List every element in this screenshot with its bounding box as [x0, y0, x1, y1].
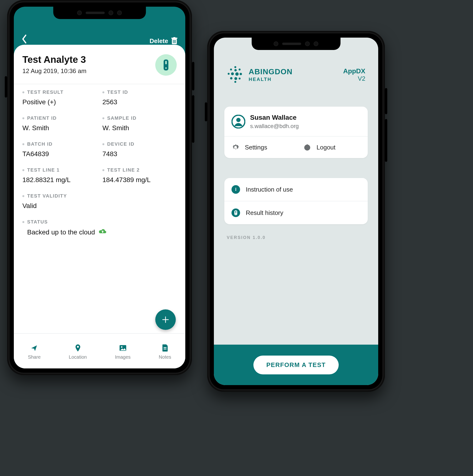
svg-point-8	[165, 67, 167, 69]
svg-rect-4	[174, 40, 175, 43]
perform-test-button[interactable]: PERFORM A TEST	[254, 356, 339, 374]
plus-icon	[161, 315, 170, 324]
fields-grid: TEST RESULT Positive (+) TEST ID 2563 PA…	[22, 89, 177, 236]
tab-images[interactable]: Images	[115, 344, 131, 360]
phone-result-detail: Delete Test Analyte 3 12 Aug 2019, 10:36…	[7, 0, 192, 375]
history-link[interactable]: Result history	[224, 201, 368, 224]
notch	[53, 7, 146, 19]
image-icon	[119, 344, 127, 352]
svg-rect-2	[173, 37, 175, 38]
svg-rect-12	[164, 349, 166, 349]
brand-logo-icon	[227, 66, 244, 83]
field-patient-id: PATIENT ID W. Smith	[22, 116, 97, 132]
back-button[interactable]	[21, 34, 27, 45]
app-name-badge: AppDX V2	[343, 67, 365, 82]
field-test-validity: TEST VALIDITY Valid	[22, 193, 177, 210]
svg-point-21	[235, 214, 236, 214]
location-pin-icon	[74, 344, 82, 352]
avatar-icon	[232, 115, 245, 129]
svg-rect-18	[236, 189, 236, 191]
test-cassette-icon	[163, 59, 169, 71]
brand-row: ABINGDON HEALTH AppDX V2	[227, 66, 365, 83]
delete-label: Delete	[149, 37, 168, 45]
svg-rect-20	[235, 211, 236, 213]
notch	[252, 38, 341, 50]
trash-icon	[171, 37, 178, 45]
settings-button[interactable]: Settings	[224, 136, 296, 158]
result-timestamp: 12 Aug 2019, 10:36 am	[22, 67, 87, 75]
cta-bar: PERFORM A TEST	[214, 345, 378, 385]
info-icon	[232, 185, 240, 194]
tab-location[interactable]: Location	[69, 344, 87, 360]
cloud-upload-icon	[98, 228, 107, 236]
svg-rect-11	[164, 347, 166, 348]
field-batch-id: BATCH ID TA64839	[22, 141, 97, 158]
svg-point-17	[235, 188, 236, 189]
test-cassette-icon	[232, 208, 240, 217]
field-test-result: TEST RESULT Positive (+)	[22, 89, 97, 106]
profile-email: s.wallace@bdh.org	[250, 123, 299, 130]
share-icon	[30, 344, 38, 352]
svg-point-14	[236, 118, 240, 122]
field-sample-id: SAMPLE ID W. Smith	[102, 116, 177, 132]
notes-icon	[161, 344, 169, 352]
profile-name: Susan Wallace	[250, 114, 299, 121]
device-badge	[155, 54, 177, 76]
brand-name: ABINGDON	[249, 67, 292, 76]
field-test-line-1: TEST LINE 1 182.88321 mg/L	[22, 167, 97, 184]
svg-rect-3	[173, 40, 173, 43]
links-panel: Instruction of use Result history	[224, 178, 368, 224]
add-fab[interactable]	[155, 309, 176, 330]
result-title: Test Analyte 3	[22, 54, 87, 65]
profile-panel: Susan Wallace s.wallace@bdh.org Settings…	[224, 107, 368, 158]
delete-button[interactable]: Delete	[149, 37, 178, 45]
brand-sub: HEALTH	[249, 77, 292, 82]
field-test-line-2: TEST LINE 2 184.47389 mg/L	[102, 167, 177, 184]
tab-share[interactable]: Share	[28, 344, 40, 360]
svg-point-10	[121, 346, 122, 348]
tabbar: Share Location Images Notes	[14, 333, 185, 368]
phone-home: ABINGDON HEALTH AppDX V2	[207, 31, 385, 392]
power-icon	[303, 143, 311, 151]
field-test-id: TEST ID 2563	[102, 89, 177, 106]
field-status: STATUS Backed up to the cloud	[22, 219, 177, 236]
svg-rect-5	[175, 40, 176, 43]
tab-notes[interactable]: Notes	[159, 344, 171, 360]
logout-button[interactable]: Logout	[296, 136, 368, 158]
instruction-link[interactable]: Instruction of use	[224, 178, 368, 201]
version-label: VERSION 1.0.0	[227, 235, 266, 240]
chevron-left-icon	[21, 34, 27, 44]
gear-icon	[232, 143, 240, 151]
field-device-id: DEVICE ID 7483	[102, 141, 177, 158]
result-card: Test Analyte 3 12 Aug 2019, 10:36 am	[14, 45, 185, 368]
svg-rect-7	[165, 61, 167, 64]
